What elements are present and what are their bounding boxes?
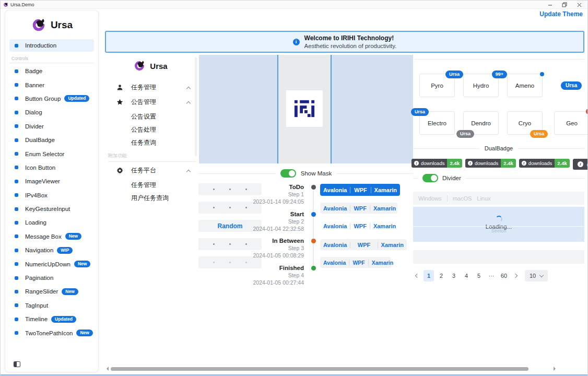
pagination-page-60[interactable]: 60 [499,270,509,281]
sidebar-item-navigation[interactable]: NavigationWIP [9,243,94,257]
timeline-label: Finished [238,264,304,272]
sidebar-item-banner[interactable]: Banner [9,78,94,91]
page-size-select[interactable]: 10 [525,270,548,281]
group-button-wpf[interactable]: WPF [349,260,368,266]
app-window: Ursa.Demo Update Theme Ursa Introduction… [0,0,588,376]
octet-dot [229,189,231,190]
sidebar-item-enum-selector[interactable]: Enum Selector [9,147,94,160]
octet-dot [229,207,231,208]
sidebar-item-timeline[interactable]: TimelineUpdated [9,312,94,326]
sidebar-item-label: Introduction [25,42,56,49]
restore-button[interactable] [557,1,572,9]
scroll-right-arrow[interactable] [554,367,558,371]
minimize-button[interactable] [543,1,557,9]
bullet-icon [15,138,18,142]
menu-item-task-query[interactable]: 任务查询 [103,136,198,149]
sidebar-item-loading[interactable]: Loading [9,216,94,229]
dualbadge-key: downloads [475,160,498,166]
sidebar-item-rangeslider[interactable]: RangeSliderNew [9,285,94,298]
menu-group-task-management[interactable]: 任务管理 [103,81,198,94]
viewer-clip-line-right[interactable] [331,55,332,163]
sidebar-item-badge[interactable]: Badge [9,64,94,78]
divider-line [447,195,448,202]
image-viewer[interactable] [199,55,413,163]
sidebar-item-taginput[interactable]: TagInput [9,299,94,312]
divider-toggle[interactable] [422,174,438,182]
sidebar-item-numericupdown[interactable]: NumericUpDownNew [9,257,94,271]
horizontal-scrollbar[interactable] [102,366,588,372]
pagination-page-4[interactable]: 4 [461,270,472,281]
chevron-up-icon [186,169,191,173]
sidebar-item-ipv4box[interactable]: IPv4Box [9,189,94,202]
group-button-avalonia[interactable]: Avalonia [320,205,350,212]
tab-linux[interactable]: Linux [477,195,490,202]
sidebar-item-message-box[interactable]: Message BoxNew [9,230,94,243]
group-button-wpf[interactable]: WPF [350,187,370,193]
sidebar-item-button-group[interactable]: Button GroupUpdated [9,92,94,105]
group-button-wpf[interactable]: WPF [350,242,377,248]
bullet-icon [15,262,18,266]
badge-card-dendro: DendroUrsa [463,111,499,135]
scroll-left-arrow[interactable] [104,367,109,371]
tab-windows[interactable]: Windows [418,195,442,202]
menu-scrollbar-thumb[interactable] [195,57,197,156]
pagination-page-2[interactable]: 2 [436,270,446,281]
bullet-icon [15,124,18,128]
menu-group-label: 公告管理 [131,98,187,107]
dualbadge-divider: DualBadge [413,145,584,151]
button-group-light-wide: AvaloniaWPFXamarin [320,239,407,250]
group-button-xamarin[interactable]: Xamarin [370,223,399,229]
group-button-avalonia[interactable]: Avalonia [320,187,350,193]
group-button-avalonia[interactable]: Avalonia [320,223,350,229]
ursa-logo-icon [31,17,46,33]
menu-item-label: 公告处理 [131,126,156,133]
update-theme-button[interactable]: Update Theme [539,10,583,18]
pagination-page-5[interactable]: 5 [474,270,484,281]
chevron-up-icon [186,101,191,105]
group-button-wpf[interactable]: WPF [350,223,369,229]
timeline-time: 2024-01-05 00:08:29 [238,252,304,259]
close-button[interactable] [572,1,586,9]
group-button-avalonia[interactable]: Avalonia [320,260,349,266]
sidebar-item-dialog[interactable]: Dialog [9,105,94,119]
menu-group-task-platform[interactable]: 任务平台 [103,164,198,177]
group-button-xamarin[interactable]: Xamarin [371,187,400,193]
group-button-xamarin[interactable]: Xamarin [368,260,396,266]
viewer-clip-line-left[interactable] [277,55,278,163]
sidebar-item-dualbadge[interactable]: DualBadge [9,133,94,147]
bullet-icon [15,234,18,238]
menu-item-task-management-2[interactable]: 任务管理 [103,179,198,191]
sidebar-item-label: Icon Button [25,164,55,171]
group-button-xamarin[interactable]: Xamarin [378,242,407,248]
pagination-next-button[interactable] [511,270,520,281]
sidebar-item-pagination[interactable]: Pagination [9,271,94,285]
menu-item-announcement-processing[interactable]: 公告处理 [103,123,198,136]
sidebar-item-introduction[interactable]: Introduction [9,39,94,52]
pagination-prev-button[interactable] [413,270,421,281]
menu-group-announcement-management[interactable]: 公告管理 [103,96,198,109]
titlebar: Ursa.Demo [1,1,587,9]
sidebar-collapse-icon[interactable] [14,361,20,367]
timeline-dot [311,239,316,243]
bullet-icon [15,290,18,293]
badge-pill: Ursa [411,108,429,116]
sidebar-item-keygestureinput[interactable]: KeyGestureInput [9,202,94,216]
sidebar-item-divider[interactable]: Divider [9,120,94,133]
group-button-wpf[interactable]: WPF [350,205,369,212]
menu-item-user-task-query[interactable]: 用户任务查询 [103,192,198,204]
group-button-avalonia[interactable]: Avalonia [320,242,350,248]
tab-macos[interactable]: macOS [453,195,472,202]
bullet-icon [15,303,18,307]
dualbadge-value: 2.4k [447,159,462,168]
pagination-page-3[interactable]: 3 [449,270,459,281]
card-label: Dendro [471,120,491,126]
pagination-page-1[interactable]: 1 [424,270,434,281]
show-mask-toggle[interactable] [280,169,296,178]
show-mask-label: Show Mask [301,170,332,177]
menu-item-announcement-settings[interactable]: 公告设置 [103,110,198,123]
sidebar-item-twotonepathicon[interactable]: TwoTonePathIconNew [9,326,94,339]
scrollbar-thumb[interactable] [111,367,528,371]
sidebar-item-icon-button[interactable]: Icon Button [9,161,94,174]
sidebar-item-imageviewer[interactable]: ImageViewer [9,174,94,188]
group-button-xamarin[interactable]: Xamarin [370,205,399,212]
